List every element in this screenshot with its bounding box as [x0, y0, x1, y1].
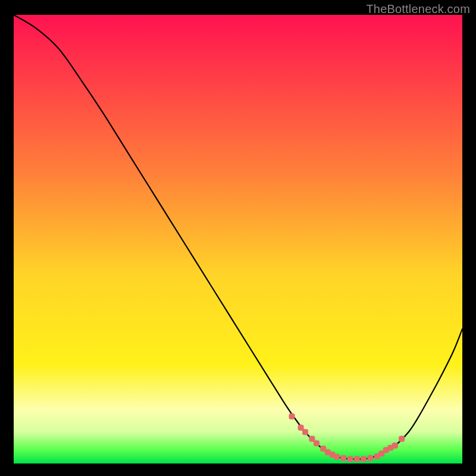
- plot-area: [14, 15, 462, 464]
- marker-point: [334, 454, 339, 459]
- marker-point: [289, 414, 295, 419]
- gradient-background: [14, 15, 462, 464]
- marker-point: [392, 443, 397, 448]
- marker-point: [361, 456, 367, 462]
- marker-point: [303, 430, 308, 435]
- marker-point: [347, 456, 353, 462]
- chart-frame: TheBottleneck.com: [0, 0, 476, 476]
- marker-point: [309, 436, 315, 441]
- marker-point: [399, 436, 405, 441]
- marker-point: [298, 425, 303, 430]
- bottleneck-chart: [14, 15, 462, 464]
- watermark-label: TheBottleneck.com: [366, 2, 470, 16]
- marker-point: [354, 456, 359, 462]
- marker-point: [341, 455, 346, 461]
- marker-point: [368, 455, 373, 461]
- marker-point: [314, 441, 319, 446]
